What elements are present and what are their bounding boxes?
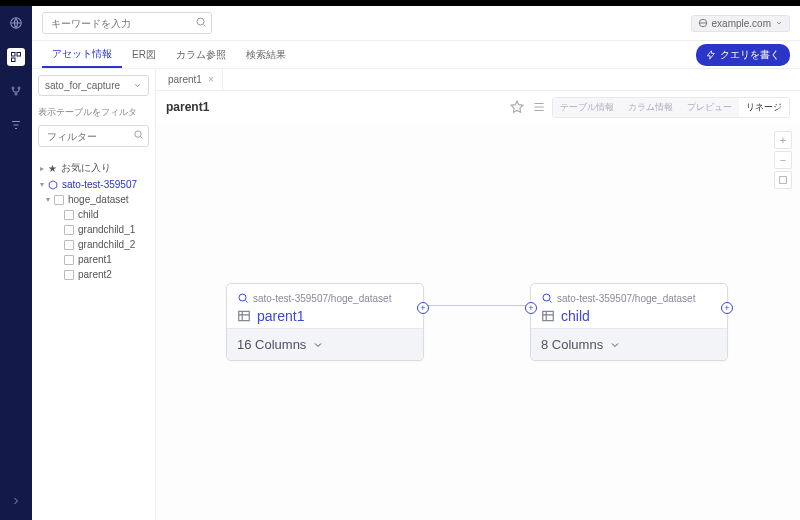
node-columns-toggle[interactable]: 8 Columns <box>531 328 727 360</box>
table-icon <box>64 210 74 220</box>
side-panel: sato_for_capture 表示テーブルをフィルタ ▸ ★ お気に入り <box>32 69 156 520</box>
search-icon[interactable] <box>133 129 144 140</box>
svg-point-9 <box>135 131 141 137</box>
svg-rect-3 <box>12 58 16 62</box>
table-icon <box>64 225 74 235</box>
page-title: parent1 <box>166 100 209 114</box>
svg-rect-10 <box>780 177 787 184</box>
dataset-icon <box>54 195 64 205</box>
seg-column-info[interactable]: カラム情報 <box>621 98 680 117</box>
tree-project[interactable]: ▾ sato-test-359507 <box>38 177 149 192</box>
seg-preview[interactable]: プレビュー <box>680 98 739 117</box>
global-search <box>42 12 212 34</box>
logo-icon[interactable] <box>7 14 25 32</box>
tree-dataset[interactable]: ▾ hoge_dataset <box>38 192 149 207</box>
tab-column-ref[interactable]: カラム参照 <box>166 41 236 68</box>
star-icon[interactable] <box>508 98 526 116</box>
nav-filter-icon[interactable] <box>7 116 25 134</box>
tab-asset-info[interactable]: アセット情報 <box>42 41 122 68</box>
file-tab[interactable]: parent1 × <box>160 69 223 90</box>
lineage-node-child[interactable]: sato-test-359507/hoge_dataset child 8 Co… <box>530 283 728 361</box>
tree-table[interactable]: parent2 <box>38 267 149 282</box>
main-tabs: アセット情報 ER図 カラム参照 検索結果 クエリを書く <box>32 41 800 69</box>
header-bar: example.com <box>32 6 800 41</box>
svg-point-5 <box>18 87 20 89</box>
svg-point-7 <box>197 18 204 25</box>
svg-rect-14 <box>543 311 554 320</box>
svg-rect-1 <box>12 53 16 57</box>
tab-search-results[interactable]: 検索結果 <box>236 41 296 68</box>
search-icon <box>237 292 249 304</box>
node-port-in[interactable]: + <box>525 302 537 314</box>
caret-down-icon: ▾ <box>46 195 50 204</box>
close-icon[interactable]: × <box>208 74 214 85</box>
content-header: parent1 テーブル情報 カラム情報 プレビュー <box>156 91 800 123</box>
svg-point-4 <box>12 87 14 89</box>
user-domain-chip[interactable]: example.com <box>691 15 790 32</box>
tree-table[interactable]: grandchild_1 <box>38 222 149 237</box>
filter-label: 表示テーブルをフィルタ <box>38 106 149 119</box>
table-icon <box>64 240 74 250</box>
nav-collapse-icon[interactable] <box>7 492 25 510</box>
tree: ▸ ★ お気に入り ▾ sato-test-359507 ▾ hoge_data… <box>38 159 149 282</box>
nav-branch-icon[interactable] <box>7 82 25 100</box>
search-input[interactable] <box>42 12 212 34</box>
caret-right-icon: ▸ <box>40 164 44 173</box>
lineage-edge <box>423 305 530 306</box>
zoom-fit-button[interactable] <box>774 171 792 189</box>
svg-rect-2 <box>17 53 21 57</box>
left-icon-rail <box>0 6 32 520</box>
list-icon[interactable] <box>530 98 548 116</box>
chevron-down-icon <box>133 81 142 90</box>
table-icon <box>64 255 74 265</box>
seg-lineage[interactable]: リネージ <box>739 98 789 117</box>
tree-table[interactable]: parent1 <box>38 252 149 267</box>
lightning-icon <box>706 50 716 60</box>
table-icon <box>541 309 555 323</box>
table-icon <box>64 270 74 280</box>
zoom-in-button[interactable]: + <box>774 131 792 149</box>
svg-point-6 <box>15 93 17 95</box>
cube-icon <box>48 180 58 190</box>
caret-down-icon: ▾ <box>40 180 44 189</box>
svg-point-13 <box>543 294 550 301</box>
node-port-out[interactable]: + <box>417 302 429 314</box>
chevron-down-icon <box>609 339 621 351</box>
tree-table[interactable]: child <box>38 207 149 222</box>
zoom-out-button[interactable]: − <box>774 151 792 169</box>
user-domain-label: example.com <box>712 18 771 29</box>
search-icon <box>541 292 553 304</box>
zoom-controls: + − <box>774 131 792 189</box>
seg-table-info[interactable]: テーブル情報 <box>553 98 621 117</box>
svg-point-11 <box>239 294 246 301</box>
view-segment: テーブル情報 カラム情報 プレビュー リネージ <box>552 97 790 118</box>
table-icon <box>237 309 251 323</box>
globe-icon <box>698 18 708 28</box>
tree-favorites[interactable]: ▸ ★ お気に入り <box>38 159 149 177</box>
lineage-node-parent1[interactable]: sato-test-359507/hoge_dataset parent1 16… <box>226 283 424 361</box>
project-selector[interactable]: sato_for_capture <box>38 75 149 96</box>
nav-data-icon[interactable] <box>7 48 25 66</box>
chevron-down-icon <box>775 19 783 27</box>
search-icon[interactable] <box>195 16 207 28</box>
file-tabs: parent1 × <box>156 69 800 91</box>
svg-rect-12 <box>239 311 250 320</box>
tree-table[interactable]: grandchild_2 <box>38 237 149 252</box>
lineage-canvas[interactable]: + − sato-test-359507/hoge_dataset <box>156 123 800 520</box>
chevron-down-icon <box>312 339 324 351</box>
content-area: parent1 × parent1 <box>156 69 800 520</box>
write-query-button[interactable]: クエリを書く <box>696 44 790 66</box>
node-port-out[interactable]: + <box>721 302 733 314</box>
tab-er[interactable]: ER図 <box>122 41 166 68</box>
node-columns-toggle[interactable]: 16 Columns <box>227 328 423 360</box>
